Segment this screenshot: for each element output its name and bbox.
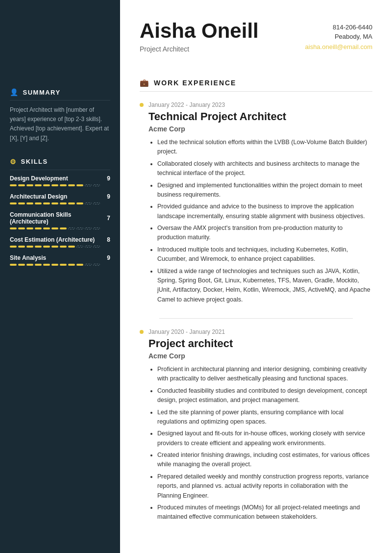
skill-dot-filled	[51, 184, 58, 186]
skill-dot-empty	[93, 202, 100, 204]
job-bullet: Created interior finishing drawings, inc…	[157, 451, 372, 470]
summary-text: Project Architect with [number of years]…	[10, 105, 110, 143]
skill-dot-filled	[43, 184, 50, 186]
skill-dot-filled	[18, 264, 25, 266]
email-link[interactable]: aisha.oneill@email.com	[305, 43, 372, 50]
skill-dot-filled	[43, 246, 50, 248]
skill-dot-empty	[93, 246, 100, 248]
skill-item: Site Analysis9	[10, 254, 110, 266]
skill-item: Architectural Design9	[10, 193, 110, 204]
skill-dot-empty	[93, 264, 100, 266]
skills-title: ⚙ SKILLS	[10, 158, 110, 170]
skill-score: 9	[107, 254, 110, 261]
skill-header: Cost Estimation (Architecture)8	[10, 236, 110, 243]
skill-item: Cost Estimation (Architecture)8	[10, 236, 110, 248]
skill-header: Site Analysis9	[10, 254, 110, 261]
skill-header: Communication Skills (Architecture)7	[10, 211, 110, 225]
skill-dot-filled	[68, 184, 75, 186]
skill-bar	[10, 246, 110, 248]
job-bullet: Led the site planning of power plants, e…	[157, 408, 372, 427]
skill-dot-filled	[35, 264, 42, 266]
skill-dot-filled	[18, 227, 25, 229]
skill-dot-empty	[76, 246, 83, 248]
job-bullet: Collaborated closely with architects and…	[157, 159, 372, 178]
job-title: Project architect	[148, 337, 372, 350]
skill-dot-filled	[68, 246, 75, 248]
skill-dot-empty	[85, 246, 92, 248]
candidate-title: Project Architect	[140, 45, 259, 53]
skill-score: 7	[107, 215, 110, 222]
main-content: Aisha Oneill Project Architect 814-206-6…	[120, 0, 392, 553]
skill-dot-filled	[60, 202, 67, 204]
skill-bar	[10, 264, 110, 266]
skill-item: Design Development9	[10, 175, 110, 186]
skill-score: 8	[107, 236, 110, 243]
job-bullet: Prepared detailed weekly and monthly con…	[157, 472, 372, 501]
job-bullets: Led the technical solution efforts withi…	[148, 138, 372, 304]
location: Peabody, MA	[305, 33, 372, 40]
skill-dot-filled	[68, 264, 75, 266]
job-bullet: Provided guidance and advice to the busi…	[157, 202, 372, 221]
skill-dot-filled	[60, 246, 67, 248]
skill-dot-empty	[85, 202, 92, 204]
job-date: January 2022 - January 2023	[148, 101, 372, 108]
job-bullet: Conducted feasibility studies and contri…	[157, 386, 372, 405]
skills-list: Design Development9Architectural Design9…	[10, 175, 110, 266]
jobs-list: January 2022 - January 2023Technical Pro…	[140, 101, 372, 522]
skill-dot-filled	[51, 246, 58, 248]
skill-header: Architectural Design9	[10, 193, 110, 200]
skill-name: Site Analysis	[10, 254, 46, 261]
skill-dot-empty	[85, 184, 92, 186]
skill-dot-filled	[68, 202, 75, 204]
skill-dot-filled	[10, 227, 17, 229]
skill-header: Design Development9	[10, 175, 110, 182]
job-entry: January 2022 - January 2023Technical Pro…	[140, 101, 372, 304]
skill-dot-filled	[18, 184, 25, 186]
job-bullet: Introduced multiple tools and techniques…	[157, 245, 372, 264]
skill-dot-empty	[68, 227, 75, 229]
skill-dot-filled	[43, 264, 50, 266]
header-name-section: Aisha Oneill Project Architect	[140, 20, 259, 53]
job-bullet: Produced minutes of meetings (MOMs) for …	[157, 503, 372, 522]
skill-dot-filled	[76, 202, 83, 204]
skill-dot-filled	[43, 202, 50, 204]
skill-bar	[10, 184, 110, 186]
skill-name: Design Development	[10, 175, 68, 182]
skill-dot-empty	[93, 184, 100, 186]
skills-section: ⚙ SKILLS Design Development9Architectura…	[10, 158, 110, 266]
skill-dot-filled	[26, 202, 33, 204]
skill-dot-filled	[35, 227, 42, 229]
job-company: Acme Corp	[148, 125, 372, 133]
skill-dot-filled	[76, 264, 83, 266]
skill-dot-filled	[10, 264, 17, 266]
candidate-name: Aisha Oneill	[140, 20, 259, 42]
job-bullet: Proficient in architectural planning and…	[157, 365, 372, 384]
skill-dot-filled	[60, 264, 67, 266]
skill-dot-filled	[18, 246, 25, 248]
skill-dot-filled	[18, 202, 25, 204]
skill-dot-filled	[26, 264, 33, 266]
skill-dot-filled	[60, 184, 67, 186]
job-bullets: Proficient in architectural planning and…	[148, 365, 372, 522]
skill-dot-filled	[26, 246, 33, 248]
job-bullet: Oversaw the AMX project's transition fro…	[157, 224, 372, 243]
skill-item: Communication Skills (Architecture)7	[10, 211, 110, 229]
skill-dot-filled	[35, 246, 42, 248]
skill-dot-empty	[85, 227, 92, 229]
skill-name: Architectural Design	[10, 193, 67, 200]
skill-dot-filled	[26, 227, 33, 229]
sidebar: 👤 SUMMARY Project Architect with [number…	[0, 0, 120, 553]
skill-score: 9	[107, 193, 110, 200]
skill-dot-filled	[76, 184, 83, 186]
skill-dot-filled	[35, 202, 42, 204]
skill-dot-empty	[93, 227, 100, 229]
briefcase-icon: 💼	[140, 78, 150, 87]
resume-header: Aisha Oneill Project Architect 814-206-6…	[120, 0, 392, 69]
skill-bar	[10, 202, 110, 204]
skill-score: 9	[107, 175, 110, 182]
skill-dot-empty	[85, 264, 92, 266]
skill-dot-filled	[26, 184, 33, 186]
job-title: Technical Project Architect	[148, 110, 372, 123]
skill-bar	[10, 227, 110, 229]
work-experience-title: 💼 WORK EXPERIENCE	[140, 78, 372, 92]
